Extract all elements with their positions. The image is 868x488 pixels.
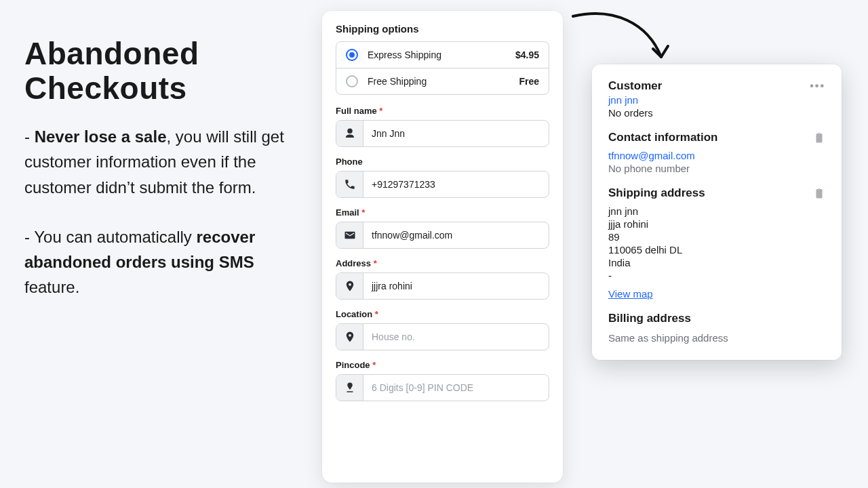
shipping-option-free[interactable]: Free Shipping Free <box>336 68 549 94</box>
shipping-line: 89 <box>608 231 825 243</box>
customer-name-link[interactable]: jnn jnn <box>608 94 825 106</box>
radio-icon[interactable] <box>346 75 358 87</box>
promo-title: Abandoned Checkouts <box>24 37 296 105</box>
shipping-line: - <box>608 270 825 281</box>
email-input[interactable]: tfnnow@gmail.com <box>336 222 549 249</box>
email-label: Email * <box>336 207 549 218</box>
more-icon[interactable]: ••• <box>810 80 825 92</box>
address-label: Address * <box>336 258 549 268</box>
promo-paragraph-2: - You can automatically recover abandone… <box>24 224 296 300</box>
email-value: tfnnow@gmail.com <box>363 222 549 248</box>
promo-p2-lead: - You can automatically <box>24 228 197 246</box>
shipping-options-title: Shipping options <box>336 23 549 35</box>
pincode-label: Pincode * <box>336 360 549 370</box>
full-name-input[interactable]: Jnn Jnn <box>336 120 549 147</box>
shipping-option-label: Free Shipping <box>368 76 519 87</box>
promo-paragraph-1: - Never lose a sale, you will still get … <box>24 124 296 200</box>
phone-input[interactable]: +91297371233 <box>336 171 549 198</box>
promo-p1-bold: Never lose a sale <box>35 127 167 146</box>
customer-email-link[interactable]: tfnnow@gmail.com <box>608 150 825 161</box>
full-name-label: Full name * <box>336 106 549 116</box>
customer-orders: No orders <box>608 107 825 119</box>
pin-icon <box>336 273 363 299</box>
phone-icon <box>336 171 363 197</box>
phone-value: +91297371233 <box>363 171 549 197</box>
location-placeholder: House no. <box>363 324 549 350</box>
address-input[interactable]: jjjra rohini <box>336 272 549 300</box>
pincode-placeholder: 6 Digits [0-9] PIN CODE <box>363 375 549 401</box>
shipping-line: jnn jnn <box>608 205 825 217</box>
mail-icon <box>336 222 363 248</box>
checkout-card: Shipping options Express Shipping $4.95 … <box>322 11 563 483</box>
promo-copy: Abandoned Checkouts - Never lose a sale,… <box>24 37 296 324</box>
phone-label: Phone <box>336 157 549 167</box>
customer-card: Customer ••• jnn jnn No orders Contact i… <box>592 64 842 360</box>
user-icon <box>336 121 363 146</box>
promo-p2-tail: feature. <box>24 278 79 296</box>
shipping-line: 110065 delhi DL <box>608 244 825 256</box>
shipping-option-express[interactable]: Express Shipping $4.95 <box>336 42 549 68</box>
shipping-address-heading: Shipping address <box>608 186 813 200</box>
radio-icon[interactable] <box>346 49 358 61</box>
view-map-link[interactable]: View map <box>608 288 653 300</box>
shipping-line: jjja rohini <box>608 218 825 230</box>
billing-note: Same as shipping address <box>608 332 825 344</box>
shipping-line: India <box>608 257 825 268</box>
billing-address-heading: Billing address <box>608 312 825 325</box>
shipping-option-price: Free <box>519 76 539 87</box>
shipping-option-label: Express Shipping <box>368 49 515 60</box>
pin-icon <box>336 324 363 350</box>
location-label: Location * <box>336 309 549 319</box>
promo-p1-lead: - <box>24 127 35 146</box>
shipping-option-price: $4.95 <box>515 49 539 60</box>
customer-heading: Customer <box>608 79 810 93</box>
contact-info-heading: Contact information <box>608 131 813 144</box>
pincode-input[interactable]: 6 Digits [0-9] PIN CODE <box>336 374 549 401</box>
clipboard-icon[interactable] <box>813 187 825 199</box>
address-value: jjjra rohini <box>363 273 549 299</box>
clipboard-icon[interactable] <box>813 131 825 144</box>
pin-icon <box>336 375 363 401</box>
customer-phone-note: No phone number <box>608 163 825 174</box>
location-input[interactable]: House no. <box>336 323 549 350</box>
full-name-value: Jnn Jnn <box>363 121 549 146</box>
shipping-options: Express Shipping $4.95 Free Shipping Fre… <box>336 41 549 95</box>
